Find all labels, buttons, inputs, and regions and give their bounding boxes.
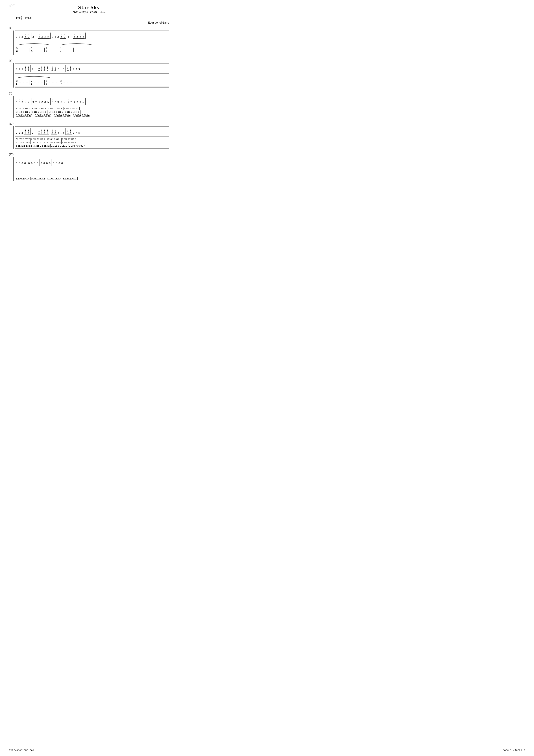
treble-notes-17: ·6 ·0 ·0 ·0 ·0 ·0 ·0 ·0 ·0 ·0 (15, 159, 169, 166)
staff-container-5: ·2 ·2 ·2 ·2 ·i ·2 – (13, 63, 169, 88)
treble-notes-9: ·6 ·3 ·3 ·3 ·2 ·3 – ·i (15, 98, 169, 105)
slur-arc-1 (16, 42, 52, 46)
note: ·2 (32, 66, 34, 71)
note: ·2 (21, 66, 23, 71)
section-label-17: (17) (9, 153, 169, 156)
note: ·3 (21, 34, 23, 39)
note: ·i (61, 66, 62, 71)
note: ·3 (58, 34, 59, 39)
key-info: 1=F44 ♩=130 (16, 15, 169, 20)
treble-row-1: ·6 ·3 ·3 ·3 ·2 ·3 – (15, 31, 169, 41)
note: ·3 (19, 34, 20, 39)
treble-row-17: ·6 ·0 ·0 ·0 ·0 ·0 ·0 ·0 ·0 ·0 (15, 157, 169, 167)
bass-row-17: 6̣ 6̣ 3̣ 6̣1 3̣ 6̣ 1 3̣ 6̣ 3̣ 6̣1 3̣ 6̣ … (15, 167, 169, 181)
note: ·3 (33, 34, 34, 39)
section-label-1: (1) (9, 26, 169, 30)
beam-group: ·i ·2 ·3 ·5 (38, 33, 50, 39)
title-sub: Two Steps from Hell (9, 10, 169, 14)
note: ·5 (79, 66, 80, 71)
treble-notes-13: ·2 ·2 ·2 ·2 ·i ·2 – ·7 (15, 128, 169, 135)
note: ·i (68, 34, 69, 39)
treble-row-9: ·6 ·3 ·3 ·3 ·2 ·3 – ·i (15, 96, 169, 106)
section-13: (13) ·2 ·2 ·2 ·2 ·i (9, 122, 169, 148)
beam-group: ·7 ·i ·2 ·5 (38, 66, 49, 71)
bass-row-5: 2 5̣ ––– 2 5̣ ––– (15, 74, 169, 88)
beam-group: ·i ·2 ·3 ·5 (73, 33, 85, 39)
section-label-5: (5) (9, 59, 169, 63)
section-5: (5) ·2 ·2 ·2 ·2 ·i (9, 59, 169, 88)
slur-arc-2 (59, 42, 95, 46)
treble-notes-1: ·6 ·3 ·3 ·3 ·2 ·3 – (15, 33, 169, 39)
note: ·6 (16, 34, 17, 39)
bass-row-1: 3 6̣ ––– 3 6̣ ––– (15, 41, 169, 55)
slur-arc-3 (16, 74, 52, 79)
section-9: (9) ·6 ·3 ·3 ·3 ·2 (9, 92, 169, 118)
beam-group: ·2 ·i (24, 66, 30, 71)
note: ·2 (19, 66, 20, 71)
note: ·6 (52, 34, 53, 39)
staff-container-17: ·6 ·0 ·0 ·0 ·0 ·0 ·0 ·0 ·0 ·0 (13, 157, 169, 181)
treble-notes-5: ·2 ·2 ·2 ·2 ·i ·2 – (15, 65, 169, 72)
staff-container-1: ·6 ·3 ·3 ·3 ·2 ·3 – (13, 31, 169, 55)
note: ·2 (16, 66, 17, 71)
note: ·2 (73, 66, 74, 71)
beam-group: ·2 ·i (66, 66, 71, 71)
note: ·3 (63, 66, 64, 71)
section-label-9: (9) (9, 92, 169, 95)
title-main: Star Sky (9, 5, 169, 10)
treble-row-5: ·2 ·2 ·2 ·2 ·i ·2 – (15, 63, 169, 74)
section-17: (17) ·6 ·0 ·0 ·0 ·0 ·0 ·0 ·0 (9, 153, 169, 181)
note: ·7 (76, 66, 77, 71)
treble-row-13: ·2 ·2 ·2 ·2 ·i ·2 – ·7 (15, 126, 169, 137)
title-section: Star Sky Two Steps from Hell (9, 5, 169, 14)
beam-group: ·3 ·2 (60, 33, 66, 39)
section-label-13: (13) (9, 122, 169, 125)
beam-group: ·3 ·2 (24, 33, 30, 39)
bass-dense-9: 3 333 13 333 1 3 333 13 333 1 4 444 14 4… (15, 106, 169, 118)
bass-dense-13: 2 222 72 222 7 2 222 72 222 7 5 555 15 5… (15, 137, 169, 148)
section-1: (1) ·6 ·3 ·3 ·3 ·2 (9, 26, 169, 55)
credit: EveryonePiano (9, 21, 169, 24)
beam-group: ·3 ·2 (51, 66, 57, 71)
staff-container-13: ·2 ·2 ·2 ·2 ·i ·2 – ·7 (13, 126, 169, 148)
note: ·3 (55, 34, 56, 39)
staff-container-9: ·6 ·3 ·3 ·3 ·2 ·3 – ·i (13, 96, 169, 118)
note: ·3 (58, 66, 60, 71)
page: EOP♪ Star Sky Two Steps from Hell 1=F44 … (9, 5, 169, 181)
